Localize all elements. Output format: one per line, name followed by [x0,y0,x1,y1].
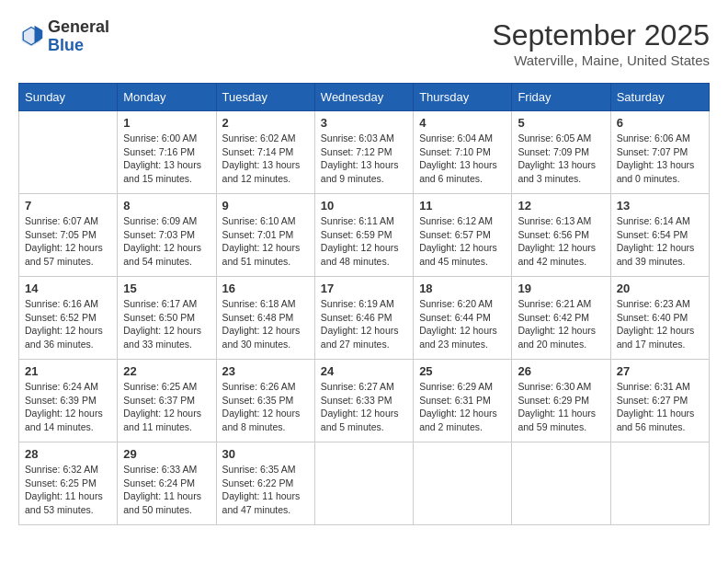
day-info: Sunrise: 6:29 AMSunset: 6:31 PMDaylight:… [419,380,506,434]
week-row-3: 14Sunrise: 6:16 AMSunset: 6:52 PMDayligh… [19,277,710,360]
calendar-cell: 6Sunrise: 6:06 AMSunset: 7:07 PMDaylight… [610,111,709,194]
calendar-cell: 22Sunrise: 6:25 AMSunset: 6:37 PMDayligh… [118,360,216,442]
day-number: 30 [222,447,309,461]
day-number: 9 [222,199,309,213]
calendar-cell: 25Sunrise: 6:29 AMSunset: 6:31 PMDayligh… [414,360,512,442]
day-number: 23 [222,364,309,378]
day-info: Sunrise: 6:27 AMSunset: 6:33 PMDaylight:… [321,380,407,434]
logo: General Blue [18,18,109,55]
calendar-cell: 19Sunrise: 6:21 AMSunset: 6:42 PMDayligh… [512,277,610,360]
weekday-header-saturday: Saturday [610,84,709,111]
day-number: 2 [222,116,309,130]
calendar-cell: 4Sunrise: 6:04 AMSunset: 7:10 PMDaylight… [414,111,512,194]
day-number: 6 [617,116,703,130]
weekday-header-tuesday: Tuesday [216,84,314,111]
calendar-cell [512,442,610,525]
weekday-header-monday: Monday [118,84,216,111]
day-number: 13 [617,199,703,213]
day-number: 11 [419,199,506,213]
calendar-cell: 14Sunrise: 6:16 AMSunset: 6:52 PMDayligh… [19,277,118,360]
calendar-cell: 11Sunrise: 6:12 AMSunset: 6:57 PMDayligh… [414,194,512,277]
calendar-cell: 10Sunrise: 6:11 AMSunset: 6:59 PMDayligh… [314,194,413,277]
day-number: 5 [518,116,604,130]
weekday-header-thursday: Thursday [414,84,512,111]
week-row-5: 28Sunrise: 6:32 AMSunset: 6:25 PMDayligh… [19,442,710,525]
day-info: Sunrise: 6:13 AMSunset: 6:56 PMDaylight:… [518,214,604,269]
calendar-cell: 23Sunrise: 6:26 AMSunset: 6:35 PMDayligh… [216,360,314,442]
calendar-cell: 18Sunrise: 6:20 AMSunset: 6:44 PMDayligh… [414,277,512,360]
calendar-cell [314,442,413,525]
day-info: Sunrise: 6:24 AMSunset: 6:39 PMDaylight:… [25,380,111,434]
day-info: Sunrise: 6:10 AMSunset: 7:01 PMDaylight:… [222,214,309,269]
day-info: Sunrise: 6:06 AMSunset: 7:07 PMDaylight:… [617,132,703,186]
logo-icon [18,24,44,50]
day-info: Sunrise: 6:07 AMSunset: 7:05 PMDaylight:… [25,214,111,269]
day-number: 14 [25,282,111,295]
day-info: Sunrise: 6:04 AMSunset: 7:10 PMDaylight:… [419,132,506,186]
day-number: 24 [321,364,407,378]
day-info: Sunrise: 6:12 AMSunset: 6:57 PMDaylight:… [419,214,506,269]
day-info: Sunrise: 6:33 AMSunset: 6:24 PMDaylight:… [123,463,210,517]
calendar-cell: 13Sunrise: 6:14 AMSunset: 6:54 PMDayligh… [610,194,709,277]
calendar-cell: 27Sunrise: 6:31 AMSunset: 6:27 PMDayligh… [610,360,709,442]
day-number: 12 [518,199,604,213]
day-number: 25 [419,364,506,378]
calendar-cell: 24Sunrise: 6:27 AMSunset: 6:33 PMDayligh… [314,360,413,442]
page-header: General Blue September 2025 Waterville, … [18,18,710,68]
day-info: Sunrise: 6:23 AMSunset: 6:40 PMDaylight:… [617,297,703,351]
calendar-cell: 7Sunrise: 6:07 AMSunset: 7:05 PMDaylight… [19,194,118,277]
day-info: Sunrise: 6:17 AMSunset: 6:50 PMDaylight:… [123,297,210,351]
calendar-body: 1Sunrise: 6:00 AMSunset: 7:16 PMDaylight… [19,111,710,525]
week-row-2: 7Sunrise: 6:07 AMSunset: 7:05 PMDaylight… [19,194,710,277]
weekday-header-sunday: Sunday [19,84,118,111]
day-info: Sunrise: 6:32 AMSunset: 6:25 PMDaylight:… [25,463,111,517]
day-info: Sunrise: 6:19 AMSunset: 6:46 PMDaylight:… [321,297,407,351]
day-info: Sunrise: 6:30 AMSunset: 6:29 PMDaylight:… [518,380,604,434]
day-info: Sunrise: 6:31 AMSunset: 6:27 PMDaylight:… [617,380,703,434]
day-number: 1 [123,116,210,130]
day-number: 8 [123,199,210,213]
calendar-cell: 26Sunrise: 6:30 AMSunset: 6:29 PMDayligh… [512,360,610,442]
day-info: Sunrise: 6:14 AMSunset: 6:54 PMDaylight:… [617,214,703,269]
day-info: Sunrise: 6:18 AMSunset: 6:48 PMDaylight:… [222,297,309,351]
day-number: 4 [419,116,506,130]
day-number: 20 [617,282,703,295]
calendar-cell [19,111,118,194]
day-info: Sunrise: 6:03 AMSunset: 7:12 PMDaylight:… [321,132,407,186]
day-number: 18 [419,282,506,295]
weekday-header-wednesday: Wednesday [314,84,413,111]
location: Waterville, Maine, United States [492,52,710,68]
calendar-cell: 30Sunrise: 6:35 AMSunset: 6:22 PMDayligh… [216,442,314,525]
day-number: 16 [222,282,309,295]
calendar-cell: 1Sunrise: 6:00 AMSunset: 7:16 PMDaylight… [118,111,216,194]
day-info: Sunrise: 6:11 AMSunset: 6:59 PMDaylight:… [321,214,407,269]
day-info: Sunrise: 6:35 AMSunset: 6:22 PMDaylight:… [222,463,309,517]
calendar-cell: 9Sunrise: 6:10 AMSunset: 7:01 PMDaylight… [216,194,314,277]
day-info: Sunrise: 6:26 AMSunset: 6:35 PMDaylight:… [222,380,309,434]
day-number: 26 [518,364,604,378]
day-number: 22 [123,364,210,378]
calendar-cell: 8Sunrise: 6:09 AMSunset: 7:03 PMDaylight… [118,194,216,277]
day-number: 19 [518,282,604,295]
calendar: SundayMondayTuesdayWednesdayThursdayFrid… [18,83,710,525]
day-info: Sunrise: 6:02 AMSunset: 7:14 PMDaylight:… [222,132,309,186]
weekday-header-row: SundayMondayTuesdayWednesdayThursdayFrid… [19,84,710,111]
day-info: Sunrise: 6:21 AMSunset: 6:42 PMDaylight:… [518,297,604,351]
day-info: Sunrise: 6:00 AMSunset: 7:16 PMDaylight:… [123,132,210,186]
day-number: 21 [25,364,111,378]
calendar-cell: 5Sunrise: 6:05 AMSunset: 7:09 PMDaylight… [512,111,610,194]
logo-text: General Blue [48,18,109,55]
day-info: Sunrise: 6:16 AMSunset: 6:52 PMDaylight:… [25,297,111,351]
day-number: 15 [123,282,210,295]
day-number: 7 [25,199,111,213]
day-number: 17 [321,282,407,295]
day-number: 27 [617,364,703,378]
day-info: Sunrise: 6:05 AMSunset: 7:09 PMDaylight:… [518,132,604,186]
calendar-cell: 2Sunrise: 6:02 AMSunset: 7:14 PMDaylight… [216,111,314,194]
calendar-cell: 20Sunrise: 6:23 AMSunset: 6:40 PMDayligh… [610,277,709,360]
month-title: September 2025 [492,18,710,52]
calendar-cell: 3Sunrise: 6:03 AMSunset: 7:12 PMDaylight… [314,111,413,194]
calendar-cell [610,442,709,525]
day-info: Sunrise: 6:20 AMSunset: 6:44 PMDaylight:… [419,297,506,351]
calendar-cell: 15Sunrise: 6:17 AMSunset: 6:50 PMDayligh… [118,277,216,360]
